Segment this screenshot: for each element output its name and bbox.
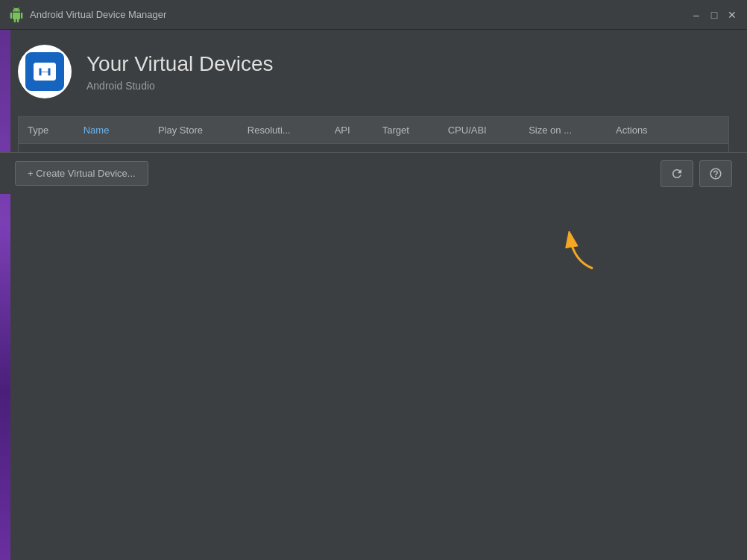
annotation-arrow xyxy=(559,231,604,278)
col-api: API xyxy=(326,117,374,144)
title-bar-text: Android Virtual Device Manager xyxy=(30,9,690,20)
maximize-button[interactable]: □ xyxy=(708,9,720,21)
col-type: Type xyxy=(19,117,75,144)
title-bar-controls: – □ ✕ xyxy=(690,9,738,21)
refresh-button[interactable] xyxy=(661,160,693,187)
logo-circle xyxy=(18,45,72,98)
col-resolution: Resoluti... xyxy=(239,117,326,144)
col-name: Name xyxy=(75,117,149,144)
table-header-row: Type Name Play Store Resoluti... API Tar… xyxy=(19,117,729,144)
page-subtitle: Android Studio xyxy=(86,80,274,92)
bottom-right-buttons xyxy=(661,160,732,187)
help-icon xyxy=(709,167,722,180)
col-play-store: Play Store xyxy=(149,117,239,144)
minimize-button[interactable]: – xyxy=(690,9,702,21)
page-title: Your Virtual Devices xyxy=(86,51,274,77)
help-button[interactable] xyxy=(699,160,732,187)
col-actions: Actions xyxy=(607,117,729,144)
col-size: Size on ... xyxy=(520,117,607,144)
header-text: Your Virtual Devices Android Studio xyxy=(86,51,274,92)
title-bar: Android Virtual Device Manager – □ ✕ xyxy=(0,0,747,30)
header-section: Your Virtual Devices Android Studio xyxy=(18,45,729,98)
refresh-icon xyxy=(670,167,684,180)
logo-inner xyxy=(25,52,64,91)
col-cpu-abi: CPU/ABI xyxy=(439,117,520,144)
close-button[interactable]: ✕ xyxy=(726,9,738,21)
bottom-bar: + Create Virtual Device... xyxy=(0,152,747,194)
create-virtual-device-button[interactable]: + Create Virtual Device... xyxy=(15,161,148,186)
col-target: Target xyxy=(374,117,439,144)
android-icon xyxy=(9,7,24,22)
